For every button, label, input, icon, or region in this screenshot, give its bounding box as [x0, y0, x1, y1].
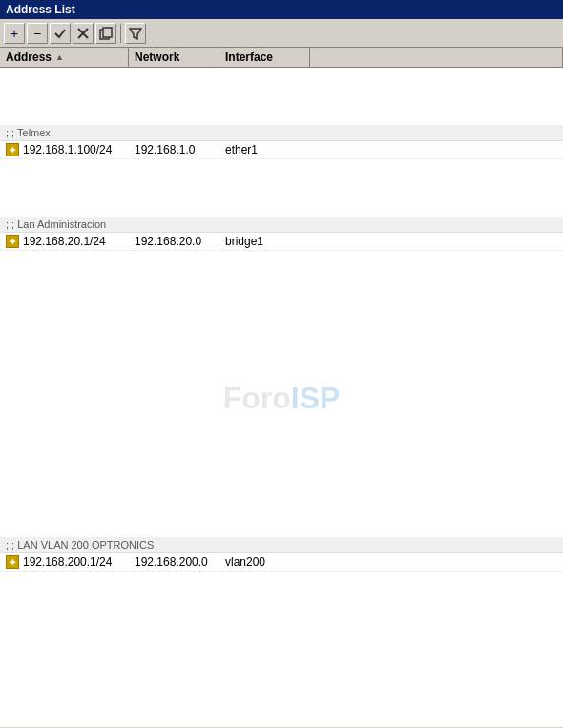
section-vlan200-header: ;;; LAN VLAN 200 OPTRONICS — [0, 537, 563, 553]
empty-space-top — [0, 68, 563, 125]
add-button[interactable]: + — [4, 23, 25, 44]
cell-interface: bridge1 — [219, 233, 310, 250]
cell-address: ✦ 192.168.1.100/24 — [0, 141, 129, 158]
empty-space-mid1 — [0, 159, 563, 217]
cell-interface: ether1 — [219, 141, 310, 158]
cell-network: 192.168.200.0 — [129, 553, 219, 571]
empty-space-mid2 — [0, 251, 563, 537]
column-interface[interactable]: Interface — [219, 48, 310, 67]
section-telmex-header: ;;; Telmex — [0, 125, 563, 141]
toolbar: + − — [0, 19, 563, 48]
column-network[interactable]: Network — [129, 48, 219, 67]
table-row[interactable]: ✦ 192.168.200.1/24 192.168.200.0 vlan200 — [0, 553, 563, 572]
cell-extra — [310, 233, 563, 250]
cell-interface: vlan200 — [219, 553, 310, 571]
disable-button[interactable] — [73, 23, 94, 44]
cell-network: 192.168.1.0 — [129, 141, 219, 158]
remove-button[interactable]: − — [27, 23, 48, 44]
address-icon: ✦ — [6, 143, 19, 156]
cell-address: ✦ 192.168.200.1/24 — [0, 553, 129, 571]
address-icon: ✦ — [6, 235, 19, 248]
svg-marker-4 — [130, 29, 141, 39]
column-address[interactable]: Address ▲ — [0, 48, 129, 67]
cell-extra — [310, 141, 563, 158]
cell-address: ✦ 192.168.20.1/24 — [0, 233, 129, 250]
table-header: Address ▲ Network Interface — [0, 48, 563, 68]
title-bar: Address List — [0, 0, 563, 19]
sort-arrow-icon: ▲ — [55, 52, 64, 62]
section-lan-admin-header: ;;; Lan Administracion — [0, 217, 563, 233]
cell-network: 192.168.20.0 — [129, 233, 219, 250]
table-row[interactable]: ✦ 192.168.20.1/24 192.168.20.0 bridge1 — [0, 233, 563, 251]
cell-extra — [310, 553, 563, 571]
table-row[interactable]: ✦ 192.168.1.100/24 192.168.1.0 ether1 — [0, 141, 563, 159]
copy-button[interactable] — [95, 23, 116, 44]
svg-rect-3 — [103, 28, 112, 37]
address-icon: ✦ — [6, 555, 19, 569]
column-extra — [310, 48, 563, 67]
filter-button[interactable] — [125, 23, 146, 44]
table-body: ForoISP ;;; Telmex ✦ 192.168.1.100/24 19… — [0, 68, 563, 727]
enable-button[interactable] — [50, 23, 71, 44]
title-label: Address List — [6, 3, 75, 16]
